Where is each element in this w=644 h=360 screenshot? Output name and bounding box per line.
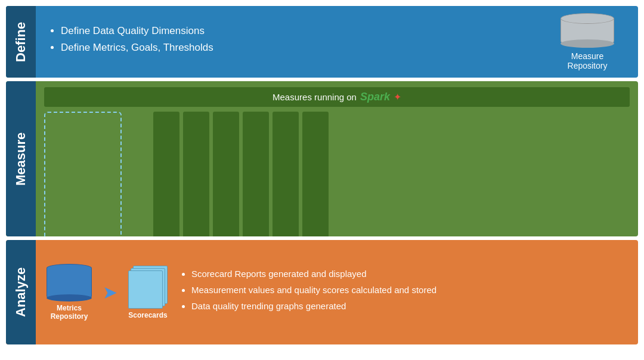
measure-content: Measures running on Spark ✦ Source: [36, 81, 638, 236]
analyze-content: MetricsRepository ➤ Scorecards Sc: [36, 240, 638, 344]
cyl2-body: [47, 268, 92, 298]
scorecard-page-3: [128, 270, 163, 309]
measure-repository-box: MeasureRepository: [549, 13, 626, 70]
analyze-bullet-1: Scorecard Reports generated and displaye…: [191, 268, 627, 280]
metric-col-uniqueness: Uniqueness: [243, 112, 269, 236]
measure-row: Measure Measures running on Spark ✦ Sour…: [6, 81, 638, 236]
analyze-label: Analyze: [6, 240, 36, 344]
spark-star-icon: ✦: [394, 91, 401, 103]
metric-col-validity: Validity: [273, 112, 299, 236]
define-bullet-1: Define Data Quality Dimensions: [61, 25, 537, 37]
metrics-repo-box: MetricsRepository: [47, 264, 92, 321]
define-content: Define Data Quality Dimensions Define Me…: [36, 6, 638, 78]
metrics-repo-cylinder: [47, 264, 92, 301]
analyze-bullets: Scorecard Reports generated and displaye…: [178, 268, 627, 317]
metric-col-consistency: Consistency: [302, 112, 329, 236]
cylinder-top: [561, 13, 614, 24]
measure-label: Measure: [6, 81, 36, 236]
repo-label: MeasureRepository: [568, 51, 608, 70]
metrics-repo-label: MetricsRepository: [51, 304, 88, 321]
spark-word: Spark: [360, 91, 390, 103]
scorecards-label: Scorecards: [128, 311, 167, 319]
cylinder-icon: [561, 13, 614, 49]
spark-banner: Measures running on Spark ✦: [44, 87, 630, 107]
repo-to-scorecards-arrow: ➤: [103, 282, 117, 303]
metric-col-completeness: Completeness: [183, 112, 209, 236]
scorecards-stacked-pages: [128, 266, 168, 309]
cylinder-bottom: [561, 39, 614, 48]
analyze-bullet-3: Data quality trending graphs generated: [191, 300, 627, 312]
define-bullets: Define Data Quality Dimensions Define Me…: [48, 25, 537, 59]
cyl2-bot: [47, 294, 92, 301]
measure-lower: Source: [44, 112, 630, 236]
metrics-columns: Accuracy Completeness Timeliness Uniquen…: [153, 112, 329, 236]
analyze-row: Analyze MetricsRepository ➤: [6, 240, 638, 344]
source-box: Source: [44, 112, 122, 236]
analyze-bullet-2: Measurement values and quality scores ca…: [191, 284, 627, 296]
define-bullet-2: Define Metrics, Goals, Thresholds: [61, 42, 537, 54]
define-row: Define Define Data Quality Dimensions De…: [6, 6, 638, 78]
analyze-left: MetricsRepository ➤ Scorecards: [47, 264, 168, 321]
metric-col-timeliness: Timeliness: [213, 112, 239, 236]
metric-col-accuracy: Accuracy: [153, 112, 179, 236]
define-label: Define: [6, 6, 36, 78]
spark-banner-text: Measures running on: [273, 92, 357, 102]
main-container: Define Define Data Quality Dimensions De…: [0, 0, 644, 360]
scorecards-box: Scorecards: [128, 266, 168, 319]
